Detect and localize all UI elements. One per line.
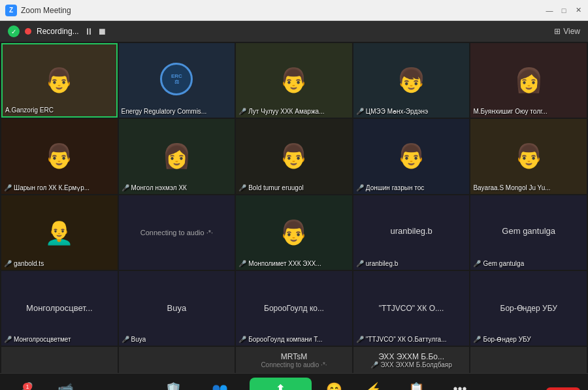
reactions-button[interactable]: 😊 Reactions [314, 379, 353, 391]
whiteboards-icon: 📋 [408, 382, 425, 391]
name-only-cell-14: uranbileg.b [353, 195, 470, 270]
participant-cell-6[interactable]: 👨 🎤 Шарын гол ХК К.Ермүр... [1, 119, 118, 193]
participant-label-1: A.Ganzorig ERC [5, 106, 54, 114]
participant-video-11: 👨‍🦲 [1, 195, 118, 270]
participant-name-16: Монголросцветмет [14, 336, 71, 343]
participants-button[interactable]: 👥 Participants 22 [193, 379, 246, 391]
participant-cell-8[interactable]: 👨 🎤 Bold tumur eruugol [236, 119, 352, 193]
mic-muted-icon-17: 🎤 [122, 336, 129, 343]
mic-muted-icon-8: 🎤 [238, 184, 246, 191]
connecting-label-12: Connecting to audio ·*· [138, 226, 216, 239]
mic-muted-icon-18: 🎤 [238, 336, 246, 343]
end-button[interactable]: End [546, 387, 580, 390]
zoom-logo: Z [5, 5, 17, 16]
toolbar-right: End [546, 387, 580, 390]
participant-cell-15[interactable]: Gem gantulga 🎤 Gem gantulga [470, 195, 587, 270]
participant-cell-9[interactable]: 👨 🎤 Доншин газрын тос [353, 119, 470, 193]
participant-display-name-18: БорооГоулд ко... [261, 301, 327, 316]
participant-label-13: 🎤 Монполимет ХХК ЭХХ... [238, 260, 321, 267]
title-bar-controls[interactable]: — □ ✕ [545, 6, 583, 15]
participant-cell-3[interactable]: 👨 🎤 Лут Чулуу ХХК Амаржа... [236, 43, 352, 118]
participants-icon: 👥 [212, 382, 228, 391]
more-icon: ••• [453, 382, 467, 390]
participant-display-name-20: Бор-Өндер УБУ [498, 301, 560, 316]
participant-label-9: 🎤 Доншин газрын тос [356, 184, 424, 191]
participant-video-1: 👨 [3, 44, 116, 116]
participant-video-6: 👨 [1, 119, 118, 193]
toolbar-center: 🛡️ Security 👥 Participants 22 ⬆ Share Sc… [156, 378, 477, 390]
participant-name-17: Buya [131, 336, 146, 343]
participant-label-19: 🎤 "TTJVCО" ХК О.Баттулга... [356, 336, 447, 343]
recording-pause-button[interactable]: ⏸ [84, 26, 93, 37]
participant-video-5: 👩 [470, 43, 587, 118]
participant-cell-empty-1 [1, 347, 118, 373]
participant-cell-7[interactable]: 👩 🎤 Монгол нэхмэл ХК [119, 119, 235, 193]
recording-left: ✓ Recording... ⏸ ⏹ [8, 25, 106, 37]
mic-muted-icon-7: 🎤 [122, 184, 129, 191]
participant-cell-20[interactable]: Бор-Өндер УБУ 🎤 Бор-Өндер УБУ [470, 271, 587, 346]
connecting-text-21: Connecting to audio ·*· [261, 361, 327, 368]
participant-display-name-19: "TTJVCО" ХК О.... [376, 301, 447, 316]
audio-button[interactable]: 🎤 1 Audio [8, 379, 42, 391]
participant-video-10: 👨 [470, 119, 587, 193]
participant-cell-12[interactable]: Connecting to audio ·*· [119, 195, 235, 270]
participant-label-20: 🎤 Бор-Өндер УБУ [473, 336, 531, 343]
participant-name-2: Energy Regulatory Commis... [122, 108, 207, 115]
start-video-button[interactable]: 📹 Start Video [44, 379, 87, 391]
participant-name-13: Монполимет ХХК ЭХХ... [248, 260, 321, 267]
mic-muted-icon-9: 🎤 [356, 184, 364, 191]
recording-stop-button[interactable]: ⏹ [97, 26, 106, 37]
share-icon: ⬆ [275, 382, 286, 390]
participant-cell-1[interactable]: 👨 A.Ganzorig ERC [1, 43, 118, 118]
participant-name-1: A.Ganzorig ERC [5, 106, 54, 114]
participant-cell-empty-3 [470, 347, 587, 373]
participant-cell-16[interactable]: Монголросцвет... 🎤 Монголросцветмет [1, 271, 118, 346]
participant-name-18: БорооГоулд компани Т... [248, 336, 322, 343]
mic-muted-icon-14: 🎤 [356, 260, 364, 267]
grid-icon: ⊞ [554, 27, 561, 36]
security-button[interactable]: 🛡️ Security [156, 379, 190, 391]
participant-cell-10[interactable]: 👨 Bayaraa.S Mongol Ju Yu... [470, 119, 587, 193]
participant-cell-14[interactable]: uranbileg.b 🎤 uranbileg.b [353, 195, 470, 270]
view-button[interactable]: ⊞ View [554, 27, 580, 36]
participant-display-name-21: MRTsM [281, 352, 307, 361]
apps-button[interactable]: ⚡ Apps [357, 379, 391, 391]
participant-cell-4[interactable]: 👦 🎤 ЦМЭЭ Мөнх-Эрдэнэ [353, 43, 470, 118]
participant-cell-11[interactable]: 👨‍🦲 🎤 ganbold.ts [1, 195, 118, 270]
participant-cell-2[interactable]: ERC⚖ Energy Regulatory Commis... [119, 43, 235, 118]
minimize-button[interactable]: — [545, 6, 554, 15]
mic-muted-icon-19: 🎤 [356, 336, 364, 343]
participant-display-name-15: Gem gantulga [499, 226, 558, 236]
participant-cell-13[interactable]: 👨 🎤 Монполимет ХХК ЭХХ... [236, 195, 352, 270]
participant-label-18: 🎤 БорооГоулд компани Т... [238, 336, 322, 343]
whiteboards-button[interactable]: 📋 Whiteboards [393, 379, 440, 391]
participant-cell-18[interactable]: БорооГоулд ко... 🎤 БорооГоулд компани Т.… [236, 271, 352, 346]
video-off-icon: 📹 [57, 382, 74, 391]
participant-cell-21[interactable]: MRTsM Connecting to audio ·*· [236, 347, 352, 373]
maximize-button[interactable]: □ [559, 6, 568, 15]
participant-video-9: 👨 [353, 119, 470, 193]
mic-muted-icon-3: 🎤 [238, 108, 246, 115]
close-button[interactable]: ✕ [574, 6, 583, 15]
participant-label-17: 🎤 Buya [122, 336, 146, 343]
participant-label-14: 🎤 uranbileg.b [356, 260, 398, 267]
participant-name-5: М.Буянхишиг Оюу толг... [473, 108, 547, 115]
more-button[interactable]: ••• More [443, 379, 477, 390]
participant-cell-22[interactable]: ЭХХ ЭХХМ Б.Бо... 🎤 ЭХХ ЭХХМ Б.Болдбаяр [353, 347, 470, 373]
participant-name-6: Шарын гол ХК К.Ермүр... [14, 184, 90, 191]
participant-cell-17[interactable]: Buya 🎤 Buya [119, 271, 235, 346]
mic-muted-icon-16: 🎤 [4, 336, 12, 343]
participant-label-8: 🎤 Bold tumur eruugol [238, 184, 304, 191]
share-screen-button[interactable]: ⬆ Share Screen [250, 378, 312, 390]
participant-name-19: "TTJVCО" ХК О.Баттулга... [366, 336, 447, 343]
toolbar-left: 🎤 1 Audio 📹 Start Video [8, 379, 87, 391]
participant-cell-19[interactable]: "TTJVCО" ХК О.... 🎤 "TTJVCО" ХК О.Баттул… [353, 271, 470, 346]
name-only-cell-18: БорооГоулд ко... [236, 271, 352, 346]
reactions-icon: 😊 [326, 382, 342, 391]
participant-cell-5[interactable]: 👩 М.Буянхишиг Оюу толг... [470, 43, 587, 118]
name-only-cell-16: Монголросцвет... [1, 271, 118, 346]
participant-display-name-16: Монголросцвет... [24, 301, 95, 316]
audio-button-wrap: 🎤 1 Audio [8, 379, 42, 391]
participant-name-11: ganbold.ts [14, 260, 44, 267]
recording-controls[interactable]: ⏸ ⏹ [84, 26, 106, 37]
